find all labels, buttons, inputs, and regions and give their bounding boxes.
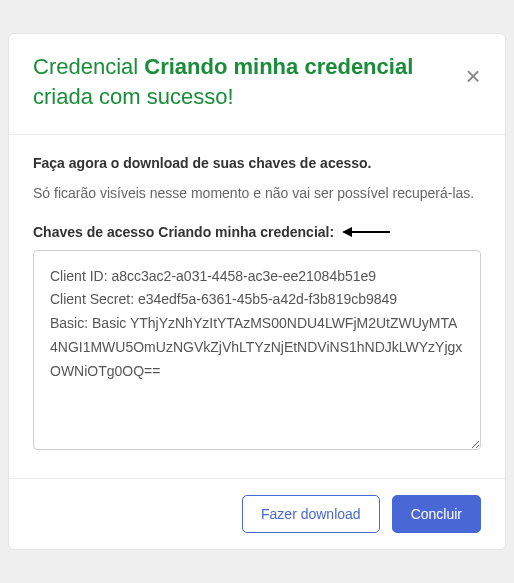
modal-title: Credencial Criando minha credencial cria… [33, 52, 481, 111]
download-button[interactable]: Fazer download [242, 495, 380, 533]
visibility-warning: Só ficarão visíveis nesse momento e não … [33, 183, 481, 204]
modal-footer: Fazer download Concluir [9, 478, 505, 549]
access-keys-label: Chaves de acesso Criando minha credencia… [33, 224, 334, 240]
title-prefix: Credencial [33, 54, 144, 79]
modal-body: Faça agora o download de suas chaves de … [9, 135, 505, 478]
title-credential-name: Criando minha credencial [144, 54, 413, 79]
close-icon: × [465, 63, 480, 89]
download-instruction: Faça agora o download de suas chaves de … [33, 155, 481, 171]
access-keys-textarea[interactable] [33, 250, 481, 450]
credential-success-modal: Credencial Criando minha credencial cria… [8, 33, 506, 549]
svg-marker-1 [342, 227, 352, 237]
arrow-left-icon [342, 226, 390, 238]
close-button[interactable]: × [459, 62, 487, 90]
title-suffix: criada com sucesso! [33, 84, 234, 109]
modal-header: Credencial Criando minha credencial cria… [9, 34, 505, 134]
keys-label-row: Chaves de acesso Criando minha credencia… [33, 224, 481, 240]
finish-button[interactable]: Concluir [392, 495, 481, 533]
